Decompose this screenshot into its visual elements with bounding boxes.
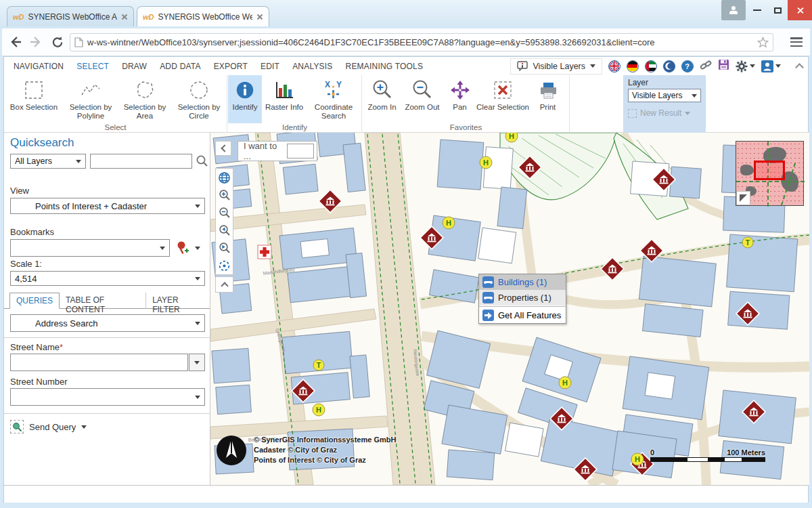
identify-button[interactable]: Identify — [228, 75, 262, 123]
identify-context-menu: Buildings (1) Properties (1) Get All Fea… — [478, 274, 566, 324]
settings-dropdown[interactable] — [736, 60, 755, 72]
flag-uae-icon[interactable] — [645, 60, 657, 72]
bus-stop-marker[interactable] — [631, 453, 644, 465]
browser-tab-web[interactable]: wD SYNERGIS WebOffice Web — [137, 6, 269, 26]
minimize-button[interactable] — [747, 0, 767, 20]
tools-collapse-button[interactable] — [215, 276, 233, 293]
scale-combobox[interactable]: 4,514 — [10, 271, 205, 286]
map-tools-panel — [215, 168, 233, 275]
url-text: w-ws-wintner/WebOffice103/synserver;jses… — [87, 37, 753, 47]
coordinate-search-icon: XY — [322, 77, 345, 103]
map-zoom-in-button[interactable] — [216, 186, 233, 204]
bus-stop-marker[interactable] — [443, 217, 455, 229]
tab-layer-filter[interactable]: LAYER FILTER — [146, 293, 210, 309]
forward-button[interactable] — [28, 34, 44, 50]
box-selection-button[interactable]: Box Selection — [4, 75, 64, 123]
collapse-sidebar-button[interactable] — [215, 141, 231, 156]
context-menu-item-properties[interactable]: Properties (1) — [479, 290, 566, 305]
view-select[interactable]: Points of Interest + Cadaster — [10, 198, 205, 214]
add-bookmark-icon[interactable] — [175, 240, 189, 258]
save-icon[interactable] — [718, 59, 729, 73]
menu-tab-edit[interactable]: EDIT — [261, 62, 279, 71]
coordinate-search-button[interactable]: XY Coordinate Search — [307, 75, 361, 123]
layer-select[interactable]: Visible Layers — [628, 89, 701, 102]
street-name-dropdown-button[interactable] — [189, 354, 205, 371]
address-bar[interactable]: w-ws-wintner/WebOffice103/synserver;jses… — [70, 33, 773, 51]
bus-stop-marker[interactable] — [313, 404, 325, 416]
link-icon[interactable] — [700, 59, 712, 74]
pharmacy-marker[interactable] — [258, 245, 271, 259]
search-icon[interactable] — [196, 154, 208, 169]
selection-by-polyline-button[interactable]: Selection by Polyline — [64, 75, 118, 123]
tab-close-icon[interactable] — [121, 14, 128, 20]
flag-germany-icon[interactable] — [627, 60, 639, 72]
tram-stop-marker[interactable] — [313, 360, 324, 371]
menu-tab-remaining-tools[interactable]: REMAINING TOOLS — [346, 62, 424, 71]
gear-icon — [736, 60, 748, 72]
full-extent-button[interactable] — [216, 169, 233, 186]
overview-map[interactable] — [736, 141, 804, 206]
bus-stop-marker[interactable] — [559, 377, 571, 389]
context-menu-get-all-features[interactable]: Get All Features — [479, 308, 566, 323]
menu-tab-analysis[interactable]: ANALYSIS — [292, 62, 332, 71]
map-viewport[interactable]: H T — [210, 133, 809, 485]
help-icon[interactable]: ? — [681, 60, 694, 72]
menu-tab-export[interactable]: EXPORT — [214, 62, 248, 71]
bookmark-menu-caret[interactable] — [195, 247, 200, 250]
profile-button[interactable] — [721, 0, 746, 20]
clear-selection-button[interactable]: Clear Selection — [476, 75, 529, 123]
tab-queries[interactable]: QUERIES — [9, 293, 60, 309]
context-menu-item-buildings[interactable]: Buildings (1) — [479, 274, 566, 290]
center-map-button[interactable] — [216, 257, 233, 274]
minimap-extent-rectangle[interactable] — [754, 161, 785, 180]
menu-tab-select[interactable]: SELECT — [76, 62, 109, 71]
reload-button[interactable] — [49, 34, 66, 50]
browser-toolbar: w-ws-wintner/WebOffice103/synserver;jses… — [2, 28, 810, 56]
flag-uk-icon[interactable] — [608, 60, 621, 72]
tram-stop-marker[interactable] — [742, 237, 753, 248]
street-number-select[interactable] — [10, 388, 205, 406]
bookmarks-select[interactable] — [10, 239, 170, 257]
bus-stop-marker[interactable] — [505, 133, 518, 142]
street-name-input[interactable] — [10, 354, 188, 371]
browser-menu-icon[interactable] — [790, 35, 803, 49]
page-icon — [74, 37, 83, 47]
previous-extent-button[interactable] — [216, 221, 233, 239]
tab-table-of-content[interactable]: TABLE OF CONTENT — [60, 293, 146, 309]
maptip-layer-dropdown[interactable]: Visible Layers — [510, 58, 602, 75]
print-button[interactable]: Print — [529, 75, 566, 123]
send-query-button[interactable]: Send Query — [10, 420, 87, 433]
pan-button[interactable]: Pan — [443, 75, 476, 123]
i-want-to-input[interactable] — [287, 144, 314, 158]
query-type-select[interactable]: Address Search — [10, 314, 205, 332]
raster-info-button[interactable]: Raster Info — [262, 75, 307, 123]
ribbon-group-favorites: Zoom In Zoom Out Pan Clear Selection Pri… — [363, 75, 570, 133]
user-dropdown[interactable] — [761, 60, 781, 72]
menu-tab-add-data[interactable]: ADD DATA — [160, 62, 201, 71]
map-zoom-out-button[interactable] — [216, 204, 233, 221]
bookmark-star-icon[interactable] — [757, 37, 769, 48]
crescent-icon[interactable] — [663, 60, 675, 72]
menu-tab-navigation[interactable]: NAVIGATION — [14, 62, 64, 71]
collapse-ribbon-icon[interactable] — [795, 63, 804, 72]
tab-close-icon[interactable] — [256, 14, 263, 20]
i-want-to-widget[interactable]: I want to ... — [238, 141, 317, 161]
selection-by-circle-button[interactable]: Selection by Circle — [172, 75, 226, 123]
chevron-down-icon — [76, 160, 81, 163]
menu-tab-draw[interactable]: DRAW — [122, 62, 147, 71]
zoom-in-button[interactable]: Zoom In — [363, 75, 401, 123]
zoom-out-button[interactable]: Zoom Out — [401, 75, 443, 123]
minimap-collapse-handle[interactable] — [736, 191, 750, 205]
chevron-down-icon — [195, 322, 200, 325]
browser-tab-admin[interactable]: wD SYNERGIS WebOffice Adm — [7, 6, 134, 26]
back-button[interactable] — [7, 34, 24, 50]
selection-by-area-button[interactable]: Selection by Area — [118, 75, 172, 123]
quicksearch-input[interactable] — [90, 154, 192, 169]
close-button[interactable] — [788, 0, 812, 20]
quicksearch-layer-select[interactable]: All Layers — [10, 154, 86, 169]
maptip-label: Visible Layers — [533, 62, 585, 71]
maximize-button[interactable] — [767, 0, 788, 20]
next-extent-button[interactable] — [216, 239, 233, 257]
maximize-icon — [774, 7, 782, 14]
bus-stop-marker[interactable] — [480, 156, 492, 169]
